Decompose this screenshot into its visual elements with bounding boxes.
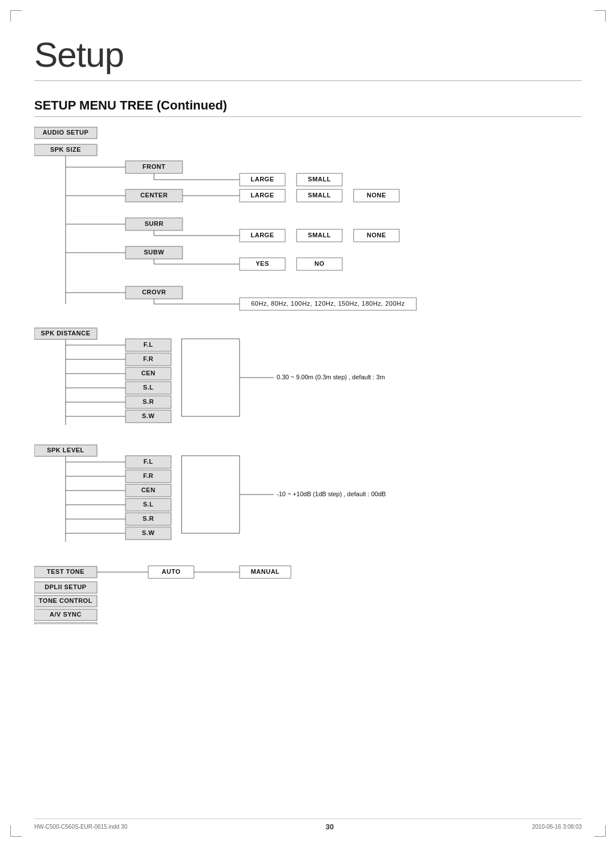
crovr-values-label: 60Hz, 80Hz, 100Hz, 120Hz, 150Hz, 180Hz, … bbox=[251, 300, 405, 307]
center-label: CENTER bbox=[140, 192, 168, 198]
dist-sr-label: S.R bbox=[143, 398, 154, 405]
tree-svg: .box-rect { fill: #e0e0e0; stroke: #777;… bbox=[34, 123, 582, 625]
svg-rect-15 bbox=[181, 339, 182, 416]
distance-range-text: 0.30 ~ 9.00m (0.3m step) , default : 3m bbox=[277, 374, 385, 380]
av-sync-label: A/V SYNC bbox=[50, 611, 82, 618]
dplii-setup-label: DPLII SETUP bbox=[44, 583, 86, 590]
surr-large-label: LARGE bbox=[251, 232, 274, 238]
section-title: SETUP MENU TREE (Continued) bbox=[34, 98, 582, 117]
level-fl-label: F.L bbox=[144, 458, 153, 465]
dist-sl-label: S.L bbox=[143, 384, 154, 391]
front-small-label: SMALL bbox=[308, 176, 331, 183]
crovr-label: CROVR bbox=[142, 289, 166, 295]
audio-setup-label: AUDIO SETUP bbox=[43, 129, 89, 136]
spk-level-label: SPK LEVEL bbox=[47, 447, 84, 453]
center-none-label: NONE bbox=[367, 192, 386, 198]
footer-date: 2010-06-16 3:08:03 bbox=[532, 824, 582, 830]
subw-label: SUBW bbox=[144, 249, 164, 256]
menu-tree-diagram: .box-rect { fill: #e0e0e0; stroke: #777;… bbox=[34, 123, 582, 626]
dist-fl-label: F.L bbox=[144, 341, 153, 348]
front-label: FRONT bbox=[143, 163, 165, 170]
spk-distance-label: SPK DISTANCE bbox=[40, 330, 90, 337]
subw-yes-label: YES bbox=[256, 260, 269, 267]
surr-label: SURR bbox=[144, 220, 163, 227]
level-fr-label: F.R bbox=[143, 472, 153, 479]
auto-label: AUTO bbox=[162, 568, 181, 575]
page-footer: HW-C500-C560S-EUR-0615.indd 30 30 2010-0… bbox=[34, 818, 582, 831]
center-large-label: LARGE bbox=[251, 192, 274, 198]
level-range-text: -10 ~ +10dB (1dB step) , default : 00dB bbox=[277, 491, 386, 497]
footer-page-number: 30 bbox=[326, 822, 334, 831]
level-sr-label: S.R bbox=[143, 515, 154, 522]
page-title: Setup bbox=[34, 34, 582, 81]
tone-control-label: TONE CONTROL bbox=[39, 597, 92, 604]
subw-no-label: NO bbox=[314, 260, 325, 267]
dist-sw-label: S.W bbox=[142, 412, 155, 419]
dist-cen-label: CEN bbox=[141, 370, 156, 376]
dist-fr-label: F.R bbox=[143, 355, 153, 362]
surr-none-label: NONE bbox=[367, 232, 386, 238]
spk-size-label: SPK SIZE bbox=[50, 146, 81, 153]
level-sl-label: S.L bbox=[143, 501, 154, 508]
footer-filename: HW-C500-C560S-EUR-0615.indd 30 bbox=[34, 824, 127, 830]
level-cen-label: CEN bbox=[141, 487, 156, 493]
front-large-label: LARGE bbox=[251, 176, 274, 183]
test-tone-label: TEST TONE bbox=[47, 568, 84, 575]
manual-label: MANUAL bbox=[251, 568, 280, 575]
svg-rect-26 bbox=[181, 456, 182, 533]
level-sw-label: S.W bbox=[142, 529, 155, 536]
surr-small-label: SMALL bbox=[308, 232, 331, 238]
center-small-label: SMALL bbox=[308, 192, 331, 198]
